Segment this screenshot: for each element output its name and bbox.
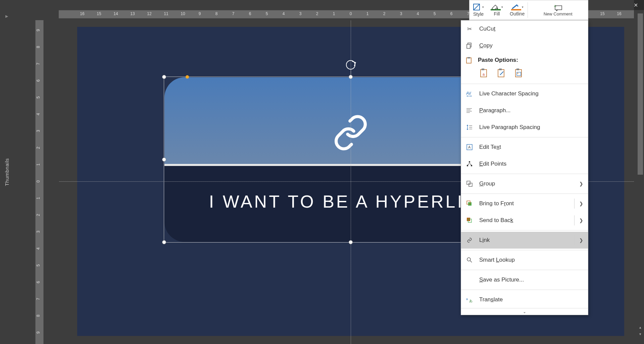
- new-comment-label: New Comment: [544, 12, 573, 16]
- style-button[interactable]: ▾ Style: [469, 0, 487, 20]
- vertical-ruler[interactable]: 9876543210123456789: [35, 20, 44, 344]
- svg-point-37: [467, 258, 470, 261]
- svg-rect-16: [517, 72, 521, 76]
- group-icon: [466, 181, 473, 187]
- menu-cut[interactable]: ✂ CuCutCut: [461, 20, 588, 37]
- fill-button[interactable]: ▾ Fill: [487, 0, 506, 20]
- menu-live-character-spacing[interactable]: AV Live Character Spacing: [461, 85, 588, 102]
- chevron-right-icon: ▶: [5, 14, 8, 18]
- svg-text:A: A: [468, 145, 471, 149]
- thumbnails-panel[interactable]: ▶ Thumbnails: [0, 0, 13, 344]
- menu-paste-options: Paste Options: a: [461, 54, 588, 82]
- menu-translate[interactable]: aあ Translate: [461, 291, 588, 308]
- svg-rect-29: [471, 165, 472, 166]
- menu-group[interactable]: Group ❯: [461, 175, 588, 192]
- para-spacing-icon: [466, 124, 473, 130]
- cut-icon: ✂: [466, 26, 473, 33]
- fill-icon: [491, 4, 501, 10]
- style-label: Style: [473, 11, 484, 17]
- menu-send-to-back[interactable]: Send to Back ❯: [461, 212, 588, 229]
- chevron-right-icon: ❯: [579, 181, 583, 186]
- resize-handle-bl[interactable]: [162, 240, 166, 244]
- menu-save-as-picture[interactable]: Save as Picture...: [461, 271, 588, 288]
- menu-link[interactable]: Link ❯: [461, 232, 588, 249]
- svg-text:あ: あ: [469, 299, 473, 303]
- scrollbar-thumb[interactable]: [638, 13, 643, 175]
- outline-label: Outline: [510, 11, 525, 16]
- chevron-down-icon: ▾: [501, 5, 503, 9]
- context-menu: ✂ CuCutCut Copy Paste Options: a AV Live…: [461, 20, 588, 315]
- menu-edit-text[interactable]: A Edit Text: [461, 139, 588, 156]
- chevron-right-icon: ❯: [579, 201, 583, 206]
- vertical-guide[interactable]: [351, 20, 351, 344]
- paste-picture[interactable]: [514, 68, 524, 78]
- vertical-scrollbar[interactable]: ▴ ▾: [637, 10, 644, 344]
- outline-button[interactable]: ▾ Outline: [506, 0, 528, 20]
- svg-text:AV: AV: [466, 91, 471, 96]
- menu-copy[interactable]: Copy: [461, 37, 588, 54]
- svg-rect-7: [466, 58, 471, 63]
- live-char-spacing-label: Live Character Spacing: [479, 90, 583, 97]
- menu-expand[interactable]: ⌄: [461, 308, 588, 315]
- svg-text:+: +: [554, 4, 556, 9]
- svg-rect-12: [498, 70, 504, 77]
- send-back-icon: [466, 217, 473, 223]
- style-icon: [473, 3, 482, 11]
- resize-handle-tl[interactable]: [162, 75, 166, 79]
- svg-rect-28: [467, 165, 468, 166]
- svg-rect-10: [482, 69, 484, 70]
- paste-options-label: Paste Options:: [478, 57, 518, 63]
- paragraph-icon: [466, 108, 473, 113]
- chevron-right-icon: ❯: [579, 218, 583, 223]
- mini-toolbar: ▾ Style ▾ Fill ▾ Outline + New Comment: [469, 0, 588, 20]
- menu-smart-lookup[interactable]: Smart Lookup: [461, 252, 588, 268]
- fill-label: Fill: [494, 11, 500, 16]
- svg-rect-33: [468, 202, 472, 206]
- copy-icon: [466, 43, 473, 49]
- svg-rect-30: [469, 161, 470, 163]
- svg-rect-8: [467, 57, 470, 58]
- new-comment-icon: +: [553, 4, 563, 11]
- menu-live-paragraph-spacing[interactable]: Live Paragraph Spacing: [461, 119, 588, 136]
- edit-points-icon: [466, 161, 473, 167]
- paste-use-destination-theme[interactable]: a: [479, 68, 489, 78]
- chevron-down-icon: ▾: [522, 5, 524, 9]
- menu-edit-points[interactable]: Edit Points: [461, 156, 588, 172]
- chevron-right-icon: ❯: [579, 238, 583, 243]
- paste-keep-source-formatting[interactable]: [497, 68, 507, 78]
- link-icon: [466, 238, 473, 243]
- svg-rect-35: [467, 218, 470, 221]
- live-para-spacing-label: Live Paragraph Spacing: [479, 124, 583, 131]
- svg-point-17: [517, 73, 518, 74]
- svg-text:a: a: [466, 297, 468, 301]
- paste-icon: [466, 57, 472, 63]
- edit-text-icon: A: [466, 144, 473, 150]
- svg-line-1: [474, 4, 480, 10]
- translate-icon: aあ: [466, 297, 473, 303]
- scroll-up-icon[interactable]: ▴: [637, 324, 644, 331]
- bring-front-icon: [466, 201, 473, 207]
- svg-text:a: a: [483, 72, 485, 76]
- char-spacing-icon: AV: [466, 91, 473, 97]
- svg-rect-6: [467, 44, 470, 48]
- outline-icon: [511, 4, 521, 10]
- menu-paragraph[interactable]: Paragraph...: [461, 102, 588, 119]
- close-icon[interactable]: ✕: [634, 2, 638, 8]
- svg-rect-32: [469, 183, 472, 186]
- svg-rect-13: [499, 69, 502, 70]
- svg-point-2: [497, 8, 498, 9]
- smart-lookup-icon: [466, 257, 473, 263]
- svg-rect-15: [516, 69, 519, 70]
- svg-rect-31: [467, 181, 470, 184]
- svg-rect-14: [515, 70, 522, 77]
- svg-line-38: [470, 261, 472, 262]
- new-comment-button[interactable]: + New Comment: [528, 0, 588, 20]
- chevron-down-icon: ▾: [482, 5, 484, 9]
- menu-bring-to-front[interactable]: Bring to Front ❯: [461, 195, 588, 212]
- scroll-down-icon[interactable]: ▾: [637, 331, 644, 337]
- thumbnails-label: Thumbnails: [4, 158, 10, 186]
